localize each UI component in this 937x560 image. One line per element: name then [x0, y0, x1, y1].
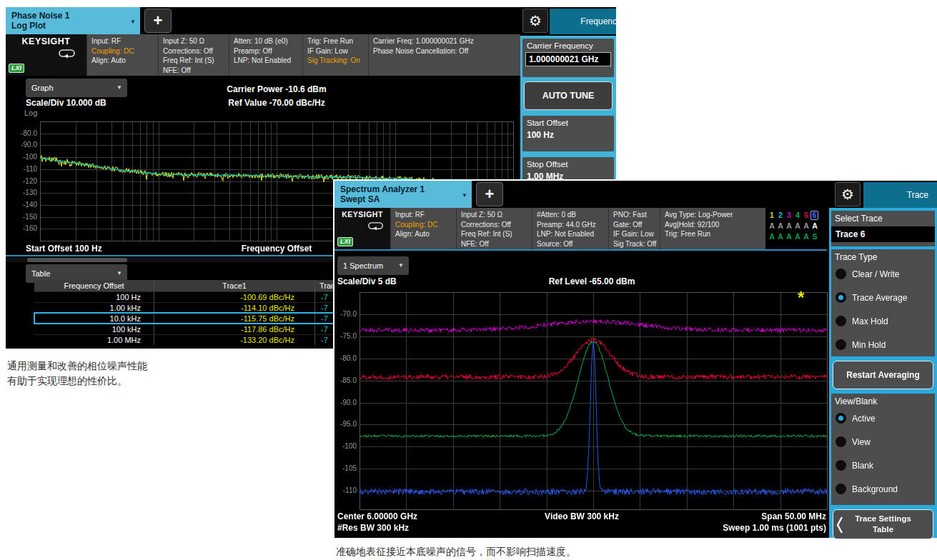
- caption-phase-noise: 通用测量和改善的相位噪声性能 有助于实现理想的性价比。: [7, 359, 250, 389]
- spectrum-view-dropdown[interactable]: 1 Spectrum▼: [337, 256, 409, 275]
- trace-indicator[interactable]: 1: [768, 211, 776, 220]
- trace-indicator[interactable]: 3: [785, 211, 793, 220]
- radio-label: Max Hold: [852, 316, 888, 326]
- radio-option[interactable]: Max Hold: [831, 309, 935, 333]
- radio-option[interactable]: Blank: [831, 454, 935, 477]
- restart-averaging-button[interactable]: Restart Averaging: [833, 361, 933, 389]
- table-cell: -100.69 dBc/Hz: [154, 292, 315, 302]
- radio-label: Min Hold: [852, 340, 886, 350]
- settings-readout: Trig: Free Run: [307, 36, 368, 46]
- view-blank-label: View/Blank: [831, 394, 935, 406]
- add-tab-button[interactable]: +: [476, 182, 503, 206]
- panel-field[interactable]: Carrier Frequency1.000000021 GHz: [522, 39, 614, 77]
- table-cell: -114.10 dBc/Hz: [154, 303, 315, 313]
- trace-indicator[interactable]: A: [785, 221, 793, 231]
- radio-icon: [836, 316, 846, 326]
- radio-label: Blank: [852, 461, 873, 471]
- carrier-power-readout: Carrier Power -10.6 dBm: [134, 84, 420, 94]
- trace-indicator[interactable]: A: [776, 232, 785, 241]
- radio-icon: [836, 413, 846, 424]
- radio-label: Trace Average: [852, 293, 907, 303]
- table-cell: 1.00 MHz: [34, 335, 154, 345]
- table-header-cell: Frequency Offset: [34, 280, 154, 291]
- add-tab-button[interactable]: +: [144, 9, 172, 33]
- field-value[interactable]: 1.000000021 GHz: [525, 52, 611, 66]
- radio-option[interactable]: Background: [831, 477, 935, 501]
- table-cell: 10.0 kHz: [34, 314, 154, 324]
- menu-title: Trace: [907, 190, 928, 200]
- trace-settings-table-button[interactable]: Trace Settings Table: [833, 509, 933, 539]
- settings-column: PNO: FastGate: OffIF Gain: LowSig Track:…: [608, 208, 660, 249]
- table-cell: 100 Hz: [34, 292, 154, 302]
- trace-indicator[interactable]: 6: [810, 211, 818, 220]
- radio-option[interactable]: View: [831, 430, 935, 454]
- res-bw-annotation: #Res BW 300 kHz: [337, 523, 409, 533]
- panel-field[interactable]: Start Offset100 Hz: [522, 116, 614, 151]
- trace-indicator[interactable]: A: [810, 221, 819, 231]
- video-bw-annotation: Video BW 300 kHz: [439, 511, 725, 521]
- keysight-block: KEYSIGHT LXI: [334, 208, 390, 249]
- radio-option[interactable]: Active: [831, 406, 935, 430]
- settings-column: Input Z: 50 ΩCorrections: OffFreq Ref: I…: [456, 208, 532, 249]
- trace-indicator[interactable]: A: [768, 221, 776, 231]
- settings-column: Atten: 10 dB (e0)Preamp: OffLNP: Not Ena…: [229, 34, 302, 76]
- caption-spectrum: 准确地表征接近本底噪声的信号，而不影响扫描速度。: [336, 544, 708, 559]
- settings-readout: LNP: Not Enabled: [537, 229, 608, 239]
- settings-readout: Sig Track: Off: [613, 239, 660, 249]
- settings-readout: Input Z: 50 Ω: [461, 210, 532, 220]
- trace-indicator[interactable]: A: [802, 232, 810, 241]
- settings-readout: Source: Off: [537, 239, 608, 249]
- radio-label: View: [852, 437, 871, 447]
- tab-phase-noise[interactable]: Phase Noise 1 Log Plot ▼: [6, 7, 140, 34]
- ref-level-label: Ref Level -65.00 dBm: [449, 276, 735, 286]
- tab-title: Spectrum Analyzer 1: [340, 184, 466, 194]
- field-value: 1.00 MHz: [522, 169, 614, 181]
- radio-option[interactable]: Clear / Write: [831, 262, 935, 286]
- trace-indicator[interactable]: A: [776, 221, 785, 231]
- trace-indicator[interactable]: A: [802, 221, 810, 231]
- window-spectrum-analyzer: Spectrum Analyzer 1 Swept SA ▼ + ⚙ Trace…: [334, 181, 937, 538]
- settings-readout: Freq Ref: Int (S): [163, 56, 229, 66]
- settings-readout: IF Gain: Low: [307, 46, 368, 56]
- select-trace-label: Select Trace: [831, 211, 935, 224]
- trace-indicator[interactable]: 4: [793, 211, 802, 220]
- settings-readout: Coupling: DC: [91, 46, 158, 56]
- settings-gear-button[interactable]: ⚙: [522, 9, 548, 33]
- settings-readout: Trig: Free Run: [665, 229, 764, 239]
- table-header-cell: Trace1: [154, 280, 315, 291]
- select-trace-value[interactable]: Trace 6: [831, 226, 935, 242]
- settings-column: Avg Type: Log-PowerAvg|Hold: 92/100Trig:…: [660, 208, 764, 249]
- trace-indicator[interactable]: A: [768, 232, 776, 241]
- trace-indicator[interactable]: A: [785, 232, 793, 241]
- settings-readout: Phase Noise Cancellation: Off: [373, 46, 518, 56]
- settings-column: #Atten: 0 dBPreamp: 44.0 GHzLNP: Not Ena…: [532, 208, 608, 249]
- scrollbar-thumb[interactable]: [27, 258, 127, 262]
- radio-icon: [836, 269, 846, 279]
- chevron-down-icon: ▼: [130, 17, 136, 27]
- page: { "icons":{"gear":"⚙","caret":"▼","plus"…: [0, 0, 937, 560]
- keysight-logo: KEYSIGHT: [6, 34, 86, 46]
- trace-type-label: Trace Type: [831, 249, 935, 262]
- radio-icon: [836, 339, 846, 350]
- trace-indicator[interactable]: 5: [802, 211, 810, 220]
- settings-readout: Input: RF: [395, 210, 456, 220]
- gear-icon: ⚙: [529, 13, 542, 29]
- graph-view-dropdown[interactable]: Graph▼: [26, 79, 127, 97]
- trace-indicator[interactable]: S: [810, 232, 819, 241]
- radio-option[interactable]: Trace Average: [831, 286, 935, 309]
- table-cell: 1.00 kHz: [34, 303, 154, 313]
- settings-readout: Coupling: DC: [395, 220, 456, 230]
- trace-indicator[interactable]: A: [793, 232, 802, 241]
- tab-spectrum-analyzer[interactable]: Spectrum Analyzer 1 Swept SA ▼: [334, 181, 472, 208]
- auto-tune-button[interactable]: AUTO TUNE: [524, 81, 613, 110]
- settings-gear-button[interactable]: ⚙: [835, 182, 861, 206]
- settings-readout: LNP: Not Enabled: [234, 56, 302, 66]
- trace-indicator[interactable]: 2: [776, 211, 785, 220]
- trace-indicator[interactable]: A: [793, 221, 802, 231]
- view-blank-options: ActiveViewBlankBackground: [831, 406, 935, 501]
- settings-readout: NFE: Off: [461, 239, 532, 249]
- radio-label: Background: [852, 484, 898, 494]
- radio-option[interactable]: Min Hold: [831, 333, 935, 356]
- chevron-down-icon: ▼: [462, 191, 467, 201]
- uncal-asterisk: *: [798, 288, 804, 308]
